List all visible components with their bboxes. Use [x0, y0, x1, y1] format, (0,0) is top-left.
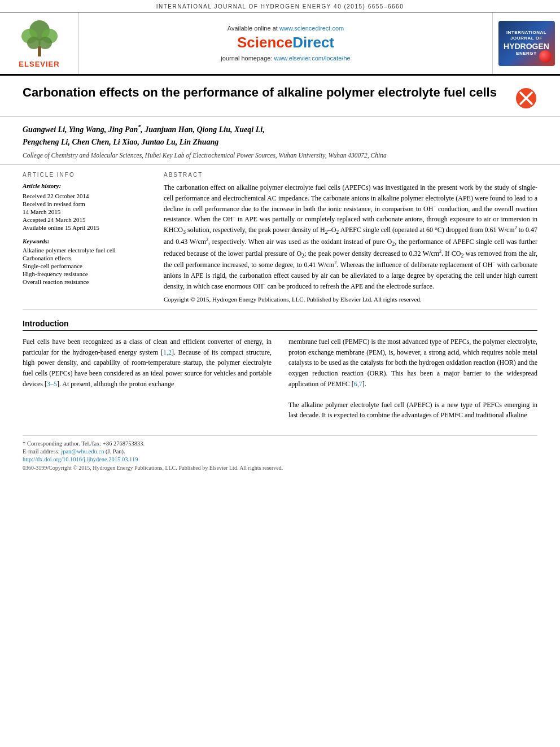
svg-rect-5 [38, 46, 41, 56]
sciencedirect-area: Available online at www.sciencedirect.co… [79, 12, 492, 74]
article-info-heading: ARTICLE INFO [23, 172, 152, 178]
hydrogen-logo-line3: ENERGY [516, 51, 537, 56]
keyword-2: Carbonation effects [23, 255, 152, 261]
hydrogen-energy-logo: International Journal of HYDROGEN ENERGY [492, 12, 560, 74]
abstract-text: The carbonation effect on alkaline polym… [164, 182, 537, 291]
introduction-two-col: Fuel cells have been recognized as a cla… [0, 337, 560, 430]
received-revised-label: Received in revised form [23, 200, 152, 207]
journal-homepage-text: journal homepage: www.elsevier.com/locat… [221, 55, 350, 62]
received-date: Received 22 October 2014 [23, 193, 152, 199]
abstract-heading: ABSTRACT [164, 172, 537, 178]
doi-note: http://dx.doi.org/10.1016/j.ijhydene.201… [23, 456, 537, 462]
corresponding-author-note: * Corresponding author. Tel./fax: +86 27… [23, 440, 537, 447]
article-info-column: ARTICLE INFO Article history: Received 2… [23, 172, 152, 303]
email-label: E-mail address: [23, 448, 60, 455]
journal-citation: INTERNATIONAL JOURNAL OF HYDROGEN ENERGY… [156, 3, 404, 10]
title-section: Carbonation effects on the performance o… [0, 76, 560, 117]
journal-header: INTERNATIONAL JOURNAL OF HYDROGEN ENERGY… [0, 0, 560, 12]
authors-line: Guangwei Li, Ying Wang, Jing Pan*, Juanj… [23, 123, 537, 148]
article-info-abstract-section: ARTICLE INFO Article history: Received 2… [0, 164, 560, 309]
abstract-copyright: Copyright © 2015, Hydrogen Energy Public… [164, 296, 537, 303]
available-online-date: Available online 15 April 2015 [23, 224, 152, 231]
sciencedirect-url[interactable]: www.sciencedirect.com [279, 25, 344, 32]
elsevier-text: ELSEVIER [19, 60, 59, 68]
keywords-label: Keywords: [23, 238, 152, 244]
footer-copyright: 0360-3199/Copyright © 2015, Hydrogen Ene… [23, 465, 537, 471]
email-link[interactable]: jpan@whu.edu.cn [61, 448, 104, 455]
corresponding-author-label: * Corresponding author. Tel./fax: +86 27… [23, 440, 145, 447]
paper-title: Carbonation effects on the performance o… [23, 85, 509, 101]
introduction-heading-section: Introduction [0, 310, 560, 331]
keyword-4: High-frequency resistance [23, 270, 152, 277]
abstract-column: ABSTRACT The carbonation effect on alkal… [164, 172, 537, 303]
keyword-5: Overall reaction resistance [23, 278, 152, 285]
hydrogen-logo-line2: HYDROGEN [504, 42, 549, 51]
elsevier-tree-icon [17, 18, 62, 58]
elsevier-logo-box: ELSEVIER [0, 12, 79, 74]
page-footer: * Corresponding author. Tel./fax: +86 27… [23, 435, 537, 475]
hydrogen-logo-box: International Journal of HYDROGEN ENERGY [498, 21, 555, 66]
available-online-text: Available online at www.sciencedirect.co… [228, 25, 344, 32]
introduction-right-col: membrane fuel cell (PEMFC) is the most a… [288, 337, 537, 421]
accepted-date: Accepted 24 March 2015 [23, 216, 152, 223]
hydrogen-logo-line1: International Journal of [498, 30, 555, 42]
keyword-3: Single-cell performance [23, 263, 152, 269]
journal-homepage-url[interactable]: www.elsevier.com/locate/he [274, 55, 351, 62]
keyword-1: Alkaline polymer electrolyte fuel cell [23, 247, 152, 254]
email-person: (J. Pan). [106, 448, 125, 455]
crossmark-icon [515, 87, 537, 110]
revised-date: 14 March 2015 [23, 208, 152, 215]
sciencedirect-logo: ScienceDirect [237, 34, 334, 51]
doi-link[interactable]: http://dx.doi.org/10.1016/j.ijhydene.201… [23, 456, 138, 462]
article-history-label: Article history: [23, 182, 152, 189]
introduction-heading: Introduction [23, 319, 537, 331]
affiliation: College of Chemistry and Molecular Scien… [23, 152, 537, 159]
authors-section: Guangwei Li, Ying Wang, Jing Pan*, Juanj… [0, 117, 560, 164]
top-banner: ELSEVIER Available online at www.science… [0, 12, 560, 76]
introduction-left-col: Fuel cells have been recognized as a cla… [23, 337, 272, 421]
email-note: E-mail address: jpan@whu.edu.cn (J. Pan)… [23, 448, 537, 455]
